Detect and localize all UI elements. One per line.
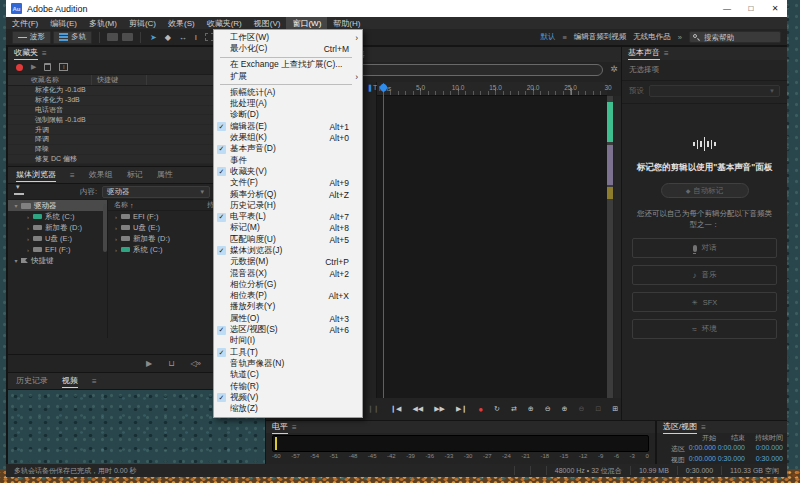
transport-button[interactable]: ⊖ xyxy=(578,405,584,413)
menubar-item[interactable]: 编辑(E) xyxy=(44,17,83,29)
panel-menu-icon[interactable]: ≡ xyxy=(92,377,97,386)
panel-menu-icon[interactable]: ≡ xyxy=(664,49,669,58)
more-workspaces-icon[interactable]: » xyxy=(678,33,682,42)
tab-history[interactable]: 历史记录 xyxy=(16,375,48,387)
expander-icon[interactable]: ▾ xyxy=(12,202,20,209)
menubar-item[interactable]: 效果(S) xyxy=(162,17,201,29)
preset-dropdown[interactable]: ▼ xyxy=(649,85,780,97)
spectral-pitch-icon[interactable] xyxy=(122,33,133,41)
auto-tag-button[interactable]: 自动标记 xyxy=(661,183,749,198)
menu-item[interactable]: 标记(M) Alt+8 xyxy=(214,223,362,234)
menu-item[interactable]: 时间(I) xyxy=(214,336,362,347)
menu-item[interactable]: 工具(T) xyxy=(214,347,362,358)
menu-item[interactable]: 混音器(X) Alt+2 xyxy=(214,268,362,279)
audio-type-button[interactable]: 对话 xyxy=(632,238,777,258)
playhead-line[interactable] xyxy=(383,83,384,398)
favorites-tab[interactable]: 收藏夹 xyxy=(14,47,38,60)
menu-item[interactable]: 历史记录(H) xyxy=(214,200,362,211)
menu-item[interactable]: 相位表(P) Alt+X xyxy=(214,291,362,302)
preview-play-icon[interactable]: ▶ xyxy=(146,359,152,368)
close-icon[interactable]: ✕ xyxy=(763,0,787,17)
tab-effects-rack[interactable]: 效果组 xyxy=(89,169,113,181)
delete-favorite-icon[interactable] xyxy=(44,63,51,71)
transport-button[interactable]: ❙◀ xyxy=(390,405,401,413)
workspace-edit-audio-to-video[interactable]: 编辑音频到视频 xyxy=(574,32,627,42)
audio-type-button[interactable]: 环境 xyxy=(632,319,777,339)
menu-item[interactable]: 振幅统计(A) xyxy=(214,87,362,98)
menu-item[interactable]: 效果组(K) Alt+0 xyxy=(214,132,362,143)
expander-icon[interactable]: › xyxy=(112,225,120,231)
column-name[interactable]: 名称 xyxy=(114,200,128,210)
selection-end-value[interactable]: 0:00.000 xyxy=(716,444,745,454)
expander-icon[interactable]: ▾ xyxy=(12,257,20,264)
menu-item[interactable]: 选区/视图(S) Alt+6 xyxy=(214,324,362,335)
import-icon[interactable] xyxy=(14,188,24,195)
tab-video[interactable]: 视频 xyxy=(62,375,78,388)
audio-type-button[interactable]: SFX xyxy=(632,292,777,312)
workspace-default[interactable]: 默认 xyxy=(540,32,555,42)
selection-start-value[interactable]: 0:00.000 xyxy=(687,444,716,454)
menu-item[interactable]: 音轨声像器(N) xyxy=(214,358,362,369)
audio-type-button[interactable]: 音乐 xyxy=(632,265,777,285)
tree-scrollbar[interactable] xyxy=(103,204,107,252)
tree-item[interactable]: ▾ 驱动器 xyxy=(8,200,107,211)
transport-button[interactable]: ⊖ xyxy=(545,405,551,413)
level-meter[interactable] xyxy=(272,435,649,452)
tab-selection-view[interactable]: 选区/视图 xyxy=(663,421,697,434)
panel-menu-icon[interactable]: ≡ xyxy=(701,423,706,432)
tab-properties[interactable]: 属性 xyxy=(157,169,173,181)
selection-duration-value[interactable]: 0:00.000 xyxy=(745,444,783,454)
slip-tool-icon[interactable]: ↔ xyxy=(179,33,187,42)
view-start-value[interactable]: 0:00.000 xyxy=(687,455,716,464)
menu-item[interactable]: 在 Exchange 上查找扩展(C)... xyxy=(214,60,362,71)
workspace-radio-production[interactable]: 无线电作品 xyxy=(633,32,671,42)
menu-item[interactable]: 视频(V) xyxy=(214,392,362,403)
transport-button[interactable]: ▶❙ xyxy=(456,405,467,413)
expander-icon[interactable]: › xyxy=(24,225,32,231)
transport-button[interactable]: ● xyxy=(478,405,483,414)
tab-media-browser[interactable]: 媒体浏览器 xyxy=(16,169,56,182)
tree-item[interactable]: › U盘 (E:) xyxy=(8,233,107,244)
vertical-scrollbar[interactable] xyxy=(614,96,621,398)
menubar-item[interactable]: 剪辑(C) xyxy=(123,17,162,29)
menu-item[interactable]: 诊断(D) xyxy=(214,110,362,121)
menu-item[interactable]: 收藏夹(V) xyxy=(214,166,362,177)
multitrack-view-button[interactable]: 多轨 xyxy=(53,31,92,44)
minimize-icon[interactable]: — xyxy=(715,0,739,17)
menubar-item[interactable]: 收藏夹(R) xyxy=(201,17,248,29)
expander-icon[interactable]: › xyxy=(112,247,120,253)
menu-item[interactable]: 工作区(W) xyxy=(214,32,362,43)
preview-autoplay-speaker-icon[interactable]: ◁» xyxy=(190,359,201,368)
menu-item[interactable]: 基本声音(D) xyxy=(214,144,362,155)
waveform-view-button[interactable]: 波形 xyxy=(12,31,51,44)
move-tool-icon[interactable]: ➤ xyxy=(150,33,157,42)
tree-item[interactable]: › EFI (F:) xyxy=(8,244,107,255)
razor-tool-icon[interactable]: ◆ xyxy=(165,33,171,42)
multitrack-canvas[interactable] xyxy=(377,96,607,398)
menu-item[interactable]: 事件 xyxy=(214,155,362,166)
menubar-item[interactable]: 视图(V) xyxy=(248,17,287,29)
tab-levels[interactable]: 电平 xyxy=(272,421,288,434)
menu-item[interactable]: 扩展 xyxy=(214,71,362,82)
menu-item[interactable]: 频率分析(Q) Alt+Z xyxy=(214,189,362,200)
transport-button[interactable]: ⊞ xyxy=(612,405,618,413)
transport-button[interactable]: ❙❙ xyxy=(367,405,379,413)
expander-icon[interactable]: › xyxy=(112,236,120,242)
marker-icon[interactable]: ❚ xyxy=(367,84,373,92)
tree-item[interactable]: › 新加卷 (D:) xyxy=(8,222,107,233)
menubar-item[interactable]: 文件(F) xyxy=(6,17,44,29)
time-selection-tool-icon[interactable]: I xyxy=(195,33,197,42)
panel-menu-icon[interactable]: ≡ xyxy=(70,171,75,180)
expander-icon[interactable]: › xyxy=(24,214,32,220)
transport-button[interactable]: ▶▶ xyxy=(434,405,445,413)
expander-icon[interactable]: › xyxy=(24,236,32,242)
view-duration-value[interactable]: 0:30.000 xyxy=(745,455,783,464)
menu-item[interactable]: 轨道(C) xyxy=(214,370,362,381)
transport-button[interactable]: ⊡ xyxy=(595,405,601,413)
column-shortcut[interactable]: 快捷键 xyxy=(92,75,147,85)
menu-item[interactable]: 传输(R) xyxy=(214,381,362,392)
tree-item[interactable]: › 系统 (C:) xyxy=(8,211,107,222)
panel-menu-icon[interactable]: ≡ xyxy=(42,49,47,58)
edit-shortcut-icon[interactable]: I xyxy=(59,63,68,71)
transport-button[interactable]: ⊕ xyxy=(562,405,568,413)
